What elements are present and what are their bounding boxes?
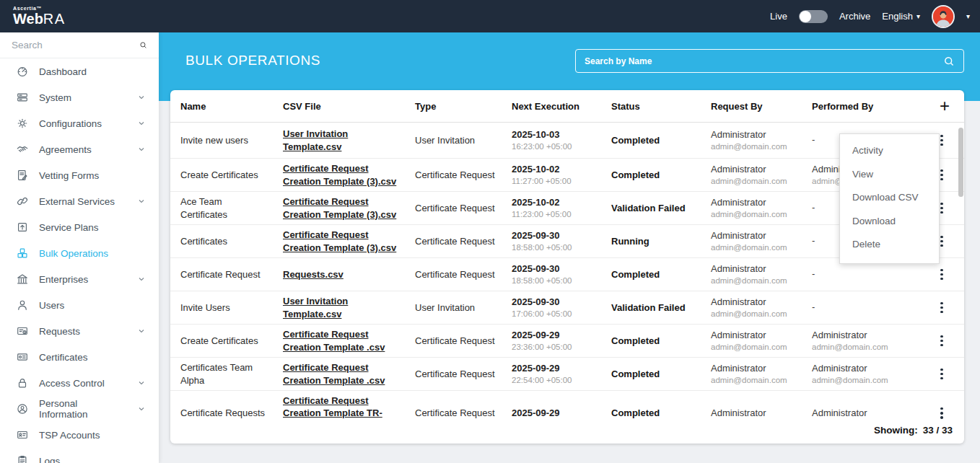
search-icon[interactable] xyxy=(139,39,147,51)
add-button[interactable]: + xyxy=(940,99,950,113)
vertical-scrollbar[interactable] xyxy=(958,128,963,197)
bulk-operations-icon xyxy=(16,247,29,260)
showing-value: 33 / 33 xyxy=(923,425,953,436)
row-actions-kebab-icon[interactable] xyxy=(937,332,946,350)
sidebar-item-enterprises[interactable]: Enterprises xyxy=(0,266,159,292)
system-icon xyxy=(16,91,29,104)
row-actions-kebab-icon[interactable] xyxy=(937,405,946,419)
sidebar-item-label: Personal Information xyxy=(39,398,127,420)
row-type: Certificate Request xyxy=(406,165,507,185)
request-by-name: Administrator xyxy=(711,263,799,275)
lock-icon xyxy=(16,376,29,389)
language-selector[interactable]: English ▾ xyxy=(882,11,920,22)
csv-file-link[interactable]: Certificate Request Creation Template .c… xyxy=(283,329,385,352)
request-by-name: Administrator xyxy=(711,407,799,419)
search-by-name-input[interactable] xyxy=(585,56,943,66)
sidebar-item-bulk-operations[interactable]: Bulk Operations xyxy=(0,240,159,266)
next-execution-date: 2025-09-29 xyxy=(512,407,600,419)
request-by-email: admin@domain.com xyxy=(711,342,799,353)
next-execution-time: 16:23:00 +05:00 xyxy=(512,141,600,152)
sidebar-item-label: Configurations xyxy=(39,118,102,129)
search-icon[interactable] xyxy=(943,56,955,67)
status-badge: Validation Failed xyxy=(605,198,705,218)
row-name: Certificate Requests xyxy=(170,403,274,419)
row-type: Certificate Request xyxy=(406,403,507,419)
toggle-knob[interactable] xyxy=(800,11,811,22)
status-badge: Completed xyxy=(605,364,705,384)
csv-file-link[interactable]: User Invitation Template.csv xyxy=(283,128,348,151)
row-type: Certificate Request xyxy=(406,232,507,251)
sidebar-item-requests[interactable]: Requests xyxy=(0,318,159,344)
csv-file-link[interactable]: User Invitation Template.csv xyxy=(283,296,348,319)
menu-item-activity[interactable]: Activity xyxy=(840,139,939,163)
sidebar-item-access-control[interactable]: Access Control xyxy=(0,370,159,396)
performed-by-name: Administrator xyxy=(812,407,919,419)
request-by-email: admin@domain.com xyxy=(711,209,799,220)
sidebar-item-system[interactable]: System xyxy=(0,84,159,110)
live-archive-toggle[interactable] xyxy=(799,10,828,23)
row-actions-kebab-icon[interactable] xyxy=(937,366,946,383)
performed-by-name: Administrator xyxy=(812,329,919,341)
sidebar-item-logs[interactable]: Logs xyxy=(0,448,159,463)
sidebar-item-agreements[interactable]: Agreements xyxy=(0,136,159,162)
handshake-icon xyxy=(16,143,29,156)
certificate-icon xyxy=(16,350,29,363)
table-row: Invite Users User Invitation Template.cs… xyxy=(170,291,964,325)
sidebar-item-label: Agreements xyxy=(39,144,92,155)
menu-item-download-csv[interactable]: Download CSV xyxy=(840,186,939,210)
language-label: English xyxy=(882,11,913,22)
next-execution-time: 23:36:00 +05:00 xyxy=(512,342,600,353)
sidebar-item-service-plans[interactable]: Service Plans xyxy=(0,214,159,240)
chevron-down-icon xyxy=(137,405,146,413)
request-by-name: Administrator xyxy=(711,163,799,175)
next-execution-time: 11:23:00 +05:00 xyxy=(512,209,600,220)
row-actions-kebab-icon[interactable] xyxy=(937,299,946,317)
user-icon xyxy=(16,299,29,312)
chevron-down-icon xyxy=(137,119,146,128)
row-name: Invite new users xyxy=(170,131,274,150)
performed-by-email: admin@domain.com xyxy=(812,375,919,386)
profile-chevron-down-icon[interactable]: ▾ xyxy=(966,12,970,20)
chevron-down-icon xyxy=(137,93,146,102)
row-type: Certificate Request xyxy=(406,265,507,284)
sidebar-item-external-services[interactable]: External Services xyxy=(0,188,159,214)
sidebar-search-input[interactable] xyxy=(12,40,139,50)
request-by-email: admin@domain.com xyxy=(711,309,799,319)
chevron-down-icon xyxy=(137,275,146,283)
request-by-email: admin@domain.com xyxy=(711,242,799,253)
sidebar-item-personal-information[interactable]: Personal Information xyxy=(0,396,159,422)
csv-file-link[interactable]: Certificate Request Creation Template .c… xyxy=(283,362,385,385)
csv-file-link[interactable]: Requests.csv xyxy=(283,269,344,280)
row-name: Create Certificates xyxy=(170,331,274,350)
sidebar-item-configurations[interactable]: Configurations xyxy=(0,110,159,136)
request-by-name: Administrator xyxy=(711,128,799,141)
sidebar-item-label: Requests xyxy=(39,326,80,337)
csv-file-link[interactable]: Certificate Request Creation Template (3… xyxy=(283,196,396,219)
sidebar-item-users[interactable]: Users xyxy=(0,292,159,318)
csv-file-link[interactable]: Certificate Request Creation Template TR… xyxy=(283,395,382,419)
brand-main-label: WebRA xyxy=(13,11,66,27)
menu-item-delete[interactable]: Delete xyxy=(840,233,939,257)
request-by-name: Administrator xyxy=(711,329,799,341)
request-by-name: Administrator xyxy=(711,229,799,242)
row-name: Certificates Team Alpha xyxy=(170,358,274,389)
table-row: Certificates Team Alpha Certificate Requ… xyxy=(170,358,964,391)
csv-file-link[interactable]: Certificate Request Creation Template (3… xyxy=(283,229,396,252)
row-type: User Invitation xyxy=(406,131,507,150)
sidebar-item-label: Users xyxy=(39,300,64,311)
menu-item-view[interactable]: View xyxy=(840,163,939,187)
app-logo: Ascertia™ WebRA xyxy=(0,6,159,27)
sidebar-item-vetting-forms[interactable]: Vetting Forms xyxy=(0,162,159,188)
csv-file-link[interactable]: Certificate Request Creation Template (3… xyxy=(283,163,396,186)
table-row: Certificate Requests Certificate Request… xyxy=(170,391,964,419)
request-by-email: admin@domain.com xyxy=(711,275,799,286)
sidebar-item-tsp-accounts[interactable]: TSP Accounts xyxy=(0,422,159,448)
row-actions-kebab-icon[interactable] xyxy=(937,266,946,283)
next-execution-date: 2025-09-30 xyxy=(512,229,600,242)
sidebar-item-certificates[interactable]: Certificates xyxy=(0,344,159,370)
sidebar-item-dashboard[interactable]: Dashboard xyxy=(0,58,159,84)
link-icon xyxy=(16,195,29,208)
chevron-down-icon xyxy=(137,145,146,154)
avatar[interactable] xyxy=(932,5,955,28)
menu-item-download[interactable]: Download xyxy=(840,210,939,234)
